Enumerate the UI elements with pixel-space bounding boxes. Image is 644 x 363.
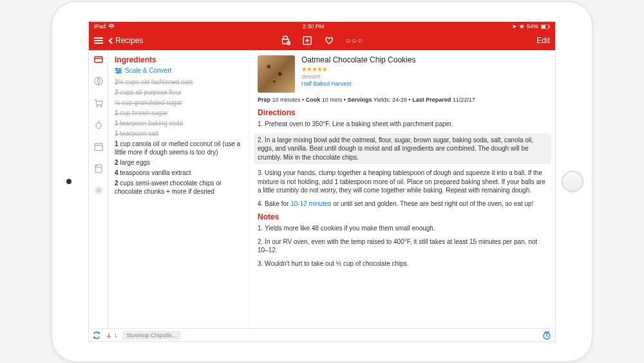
pin-section[interactable]: 1 xyxy=(106,332,117,339)
heart-icon[interactable] xyxy=(324,35,334,46)
home-button[interactable] xyxy=(562,171,583,192)
time-label: 2:30 PM xyxy=(303,23,325,30)
direction-step[interactable]: 4. Bake for 10-12 minutes or until set a… xyxy=(258,200,547,209)
direction-step[interactable]: 2. In a large mixing bowl add the oatmea… xyxy=(254,133,551,165)
sidebar-cart-icon[interactable] xyxy=(93,98,104,108)
notes-title: Notes xyxy=(258,212,547,221)
time-link[interactable]: 10-12 minutes xyxy=(290,200,331,207)
rating-stars[interactable]: ★★★★★ xyxy=(301,66,415,73)
app-screen: iPad 2:30 PM ➤ ✱ 54% Recipes xyxy=(88,21,556,342)
main-area: Ingredients Scale & Convert 2½ cups old … xyxy=(108,50,555,328)
svg-point-12 xyxy=(97,189,100,192)
svg-point-11 xyxy=(96,166,97,167)
recipe-image[interactable] xyxy=(258,55,295,93)
sidebar-apple-icon[interactable] xyxy=(93,120,104,130)
sync-icon[interactable] xyxy=(93,331,100,339)
carrier-label: iPad xyxy=(94,23,106,30)
directions-title: Directions xyxy=(258,108,547,117)
ingredient-item[interactable]: ½ cup granulated sugar xyxy=(115,98,243,107)
svg-point-13 xyxy=(116,68,117,70)
sidebar-browse-icon[interactable] xyxy=(93,76,104,86)
chevron-left-icon xyxy=(109,37,115,44)
add-recipe-icon[interactable] xyxy=(302,35,312,46)
recipe-source-link[interactable]: Half Baked Harvest xyxy=(301,80,415,87)
svg-rect-9 xyxy=(95,144,102,151)
status-bar: iPad 2:30 PM ➤ ✱ 54% xyxy=(89,22,555,31)
bottom-bar: 1 Stovetop Chipotle... xyxy=(89,328,555,341)
svg-rect-1 xyxy=(542,25,545,28)
battery-label: 54% xyxy=(527,23,538,30)
sidebar-kitchen-icon[interactable] xyxy=(93,163,104,174)
edit-button[interactable]: Edit xyxy=(536,36,550,45)
sidebar-settings-icon[interactable] xyxy=(93,185,104,196)
direction-step[interactable]: 3. Using your hands, clump together a he… xyxy=(258,169,547,195)
ingredient-item[interactable]: 1 teaspoon baking soda xyxy=(115,119,243,127)
pin-icon xyxy=(106,332,112,339)
svg-point-15 xyxy=(117,72,118,73)
ingredient-item[interactable]: 2 cups semi-sweet chocolate chips or cho… xyxy=(115,179,243,196)
note-item: 1. Yields more like 48 cookies if you ma… xyxy=(258,224,547,233)
pin-count-label: 1 xyxy=(114,332,117,339)
ingredient-item[interactable]: 4 teaspoons vanilla extract xyxy=(115,169,243,177)
ingredients-panel: Ingredients Scale & Convert 2½ cups old … xyxy=(108,50,250,328)
direction-step[interactable]: 1. Preheat oven to 350°F. Line a baking … xyxy=(258,120,547,129)
nav-arrow-icon: ➤ xyxy=(512,23,517,30)
svg-point-7 xyxy=(97,106,98,107)
ingredients-title: Ingredients xyxy=(115,55,243,64)
wifi-icon xyxy=(108,23,115,30)
svg-point-8 xyxy=(100,106,102,107)
svg-rect-2 xyxy=(549,26,550,28)
sidebar-calendar-icon[interactable] xyxy=(93,142,104,152)
ingredient-item[interactable]: 1 cup canola oil or melted coconut oil (… xyxy=(115,140,243,156)
scale-convert-label: Scale & Convert xyxy=(125,67,171,74)
sidebar xyxy=(89,50,108,328)
ingredient-item[interactable]: 1 cup brown sugar xyxy=(115,109,243,117)
recipe-header: Oatmeal Chocolate Chip Cookies ★★★★★ des… xyxy=(258,55,547,93)
battery-icon xyxy=(541,24,550,29)
back-label: Recipes xyxy=(115,36,143,45)
camera-dot xyxy=(66,179,71,184)
scale-convert-button[interactable]: Scale & Convert xyxy=(115,67,243,74)
ingredient-item[interactable]: 2 large eggs xyxy=(115,158,243,167)
ingredient-item[interactable]: 2 cups all-purpose flour xyxy=(115,88,243,97)
pinned-recipe-chip[interactable]: Stovetop Chipotle... xyxy=(122,331,181,340)
sliders-icon xyxy=(115,68,122,74)
recipe-meta-line: Prep 10 minutes • Cook 10 mins • Serving… xyxy=(258,97,547,103)
menu-button[interactable] xyxy=(94,37,103,44)
recipe-panel: Oatmeal Chocolate Chip Cookies ★★★★★ des… xyxy=(250,50,555,328)
ingredient-item[interactable]: 2½ cups old fashioned oats xyxy=(115,78,243,86)
content-area: Ingredients Scale & Convert 2½ cups old … xyxy=(89,50,555,328)
recipe-title: Oatmeal Chocolate Chip Cookies xyxy=(301,55,415,64)
note-item: 3. Wouldn't hurt to take out ½ cup of ch… xyxy=(258,259,547,268)
timer-icon[interactable] xyxy=(542,331,551,340)
bluetooth-icon: ✱ xyxy=(520,24,524,30)
back-button[interactable]: Recipes xyxy=(109,36,143,45)
svg-point-14 xyxy=(119,70,120,71)
note-item: 2. In our RV oven, even with the temp ra… xyxy=(258,237,547,255)
ipad-frame: iPad 2:30 PM ➤ ✱ 54% Recipes xyxy=(52,1,592,362)
basket-icon[interactable] xyxy=(280,35,290,46)
svg-rect-5 xyxy=(95,57,102,62)
sidebar-recipebox-icon[interactable] xyxy=(93,54,104,64)
recipe-category: dessert xyxy=(301,73,321,80)
more-icon[interactable]: ○○○ xyxy=(346,36,364,45)
nav-bar: Recipes ○○○ Edit xyxy=(89,31,555,50)
ingredient-item[interactable]: 1 teaspoon salt xyxy=(115,129,243,138)
